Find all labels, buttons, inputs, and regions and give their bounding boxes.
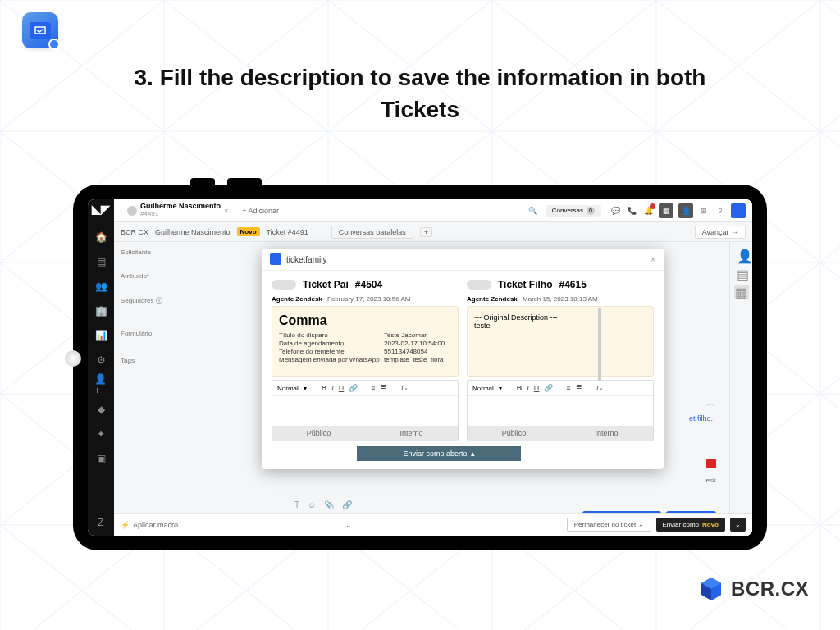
tab-publico[interactable]: Público — [468, 426, 560, 441]
font-select[interactable]: Normal — [472, 385, 494, 392]
add-tab-button[interactable]: + Adicionar — [242, 207, 279, 215]
phone-icon[interactable]: 📞 — [626, 205, 637, 217]
crumb-ticket[interactable]: Ticket #4491 — [267, 228, 308, 236]
add-user-icon[interactable]: 👤+ — [94, 378, 107, 391]
aplicar-macro-button[interactable]: ⚡ Aplicar macro ⌄ — [121, 521, 352, 529]
sparkle-icon[interactable]: ✦ — [94, 427, 107, 441]
org-icon[interactable]: 🏢 — [94, 304, 107, 317]
enviar-como-button[interactable]: Enviar como Novo — [656, 518, 725, 532]
label-atribuido: Atribuído* — [121, 272, 219, 280]
agent-name: Agente Zendesk — [467, 295, 518, 303]
add-paralela-button[interactable]: + — [420, 227, 432, 237]
product-cube-icon[interactable] — [731, 203, 746, 218]
italic-icon[interactable]: I — [331, 384, 334, 392]
list-ul-icon[interactable]: ≣ — [381, 384, 387, 392]
screen: ◣◤ 🏠 ▤ 👥 🏢 📊 ⚙ 👤+ ◆ ✦ ▣ Z Guilherme Nasc… — [88, 199, 752, 536]
help-icon[interactable]: ? — [714, 205, 726, 217]
link-icon[interactable]: 🔗 — [349, 384, 358, 392]
status-badge: Novo — [237, 227, 260, 236]
enviar-como-aberto-button[interactable]: Enviar como aberto▴ — [357, 446, 521, 461]
attachment-icon[interactable]: 📎 — [324, 500, 334, 509]
crumb-org[interactable]: BCR CX — [121, 228, 148, 236]
search-icon[interactable]: 🔍 — [528, 207, 537, 215]
content-heading: Comma — [279, 313, 451, 328]
chevron-down-icon: ⌄ — [638, 521, 644, 528]
ticket-filho-number: #4615 — [559, 279, 586, 290]
label-solicitante: Solicitante — [121, 249, 219, 256]
chevron-up-icon[interactable]: ︿ — [706, 398, 714, 409]
conversas-label: Conversas — [552, 207, 583, 214]
tab-interno[interactable]: Interno — [365, 426, 458, 441]
scrollbar[interactable] — [598, 308, 601, 381]
top-tab-bar: Guilherme Nascimento #4491 × + Adicionar… — [114, 199, 752, 222]
text-icon[interactable]: T — [294, 500, 299, 509]
crumb-user[interactable]: Guilherme Nascimento — [155, 228, 231, 236]
tab-user[interactable]: Guilherme Nascimento #4491 × — [121, 199, 235, 221]
clear-format-icon[interactable]: Tₓ — [596, 384, 604, 392]
tab-interno[interactable]: Interno — [560, 426, 653, 441]
editor-pai[interactable]: Normal▾ B I U 🔗 ≡ ≣ Tₓ — [272, 380, 459, 441]
list-ol-icon[interactable]: ≡ — [566, 384, 570, 392]
ticketfamily-modal: ticketfamily × Ticket Pai #4504 Agente Z… — [262, 249, 664, 469]
underline-icon[interactable]: U — [534, 384, 540, 392]
conversas-button[interactable]: Conversas 0 — [546, 205, 601, 217]
lightning-icon: ⚡ — [121, 521, 130, 529]
bold-icon[interactable]: B — [517, 384, 523, 392]
ticket-pai-number: #4504 — [355, 279, 382, 290]
apps-icon[interactable]: ▦ — [734, 285, 749, 299]
grid2-icon[interactable]: ⊞ — [698, 205, 710, 217]
tab-user-sub: #4491 — [140, 211, 221, 218]
reporting-icon[interactable]: 📊 — [94, 329, 107, 342]
ticket-date: February 17, 2023 10:56 AM — [327, 295, 410, 303]
bcr-cube-icon — [698, 576, 724, 602]
profile-icon[interactable]: 👤 — [678, 203, 693, 218]
bold-icon[interactable]: B — [322, 384, 327, 392]
bell-icon[interactable]: 🔔 — [642, 205, 654, 217]
left-nav-rail: ◣◤ 🏠 ▤ 👥 🏢 📊 ⚙ 👤+ ◆ ✦ ▣ Z — [88, 199, 114, 536]
emoji-icon[interactable]: ☺ — [308, 500, 316, 509]
chevron-down-icon: ▾ — [304, 385, 307, 392]
label-tags: Tags — [121, 357, 219, 364]
avatar-icon — [127, 206, 137, 216]
link-icon[interactable]: 🔗 — [342, 500, 352, 509]
apps-grid-icon[interactable]: ▦ — [659, 203, 673, 218]
views-icon[interactable]: ▤ — [94, 255, 107, 268]
list-ul-icon[interactable]: ≣ — [576, 384, 582, 392]
font-select[interactable]: Normal — [277, 385, 299, 392]
chat-icon[interactable]: 💬 — [609, 205, 621, 217]
close-icon[interactable]: × — [224, 207, 228, 215]
tablet-device-frame: ◣◤ 🏠 ▤ 👥 🏢 📊 ⚙ 👤+ ◆ ✦ ▣ Z Guilherme Nasc… — [73, 185, 767, 550]
ticket-pai-content: Comma Título do disparoTeste Jacomar Dat… — [272, 306, 459, 377]
box-icon[interactable]: ▣ — [94, 452, 107, 465]
peek-text: et filho. — [689, 414, 713, 422]
peek-status-indicator — [706, 459, 716, 468]
permanecer-button[interactable]: Permanecer no ticket ⌄ — [567, 518, 651, 532]
zendesk-logo-icon[interactable]: ◣◤ — [92, 203, 110, 216]
cube-icon[interactable]: ◆ — [94, 403, 107, 416]
tab-publico[interactable]: Público — [272, 426, 365, 441]
ticketfamily-icon — [270, 253, 281, 265]
knowledge-icon[interactable]: ▤ — [737, 267, 746, 276]
clear-format-icon[interactable]: Tₓ — [400, 384, 409, 392]
zendesk-z-icon[interactable]: Z — [94, 516, 107, 529]
gear-icon[interactable]: ⚙ — [94, 354, 107, 367]
list-ol-icon[interactable]: ≡ — [371, 384, 375, 392]
avancar-button[interactable]: Avançar → — [695, 226, 746, 239]
customers-icon[interactable]: 👥 — [94, 280, 107, 293]
editor-filho[interactable]: Normal▾ B I U 🔗 ≡ ≣ Tₓ — [467, 380, 654, 441]
status-pill — [272, 280, 296, 290]
underline-icon[interactable]: U — [339, 384, 345, 392]
ticket-filho-column: Ticket Filho #4615 Agente Zendesk March … — [467, 279, 654, 441]
home-icon[interactable]: 🏠 — [94, 231, 107, 244]
ticket-date: March 15, 2023 10:13 AM — [523, 295, 598, 303]
editor-textarea[interactable] — [468, 396, 653, 426]
right-app-rail: 👤 ▤ ▦ — [729, 242, 752, 536]
user-icon[interactable]: 👤 — [737, 249, 746, 258]
italic-icon[interactable]: I — [527, 384, 529, 392]
label-formulario: Formulário — [121, 330, 219, 337]
enviar-dropdown-button[interactable]: ⌄ — [730, 518, 746, 532]
close-icon[interactable]: × — [651, 255, 655, 264]
link-icon[interactable]: 🔗 — [544, 384, 553, 392]
conversas-paralelas-button[interactable]: Conversas paralelas — [331, 226, 413, 239]
editor-textarea[interactable] — [272, 396, 458, 426]
